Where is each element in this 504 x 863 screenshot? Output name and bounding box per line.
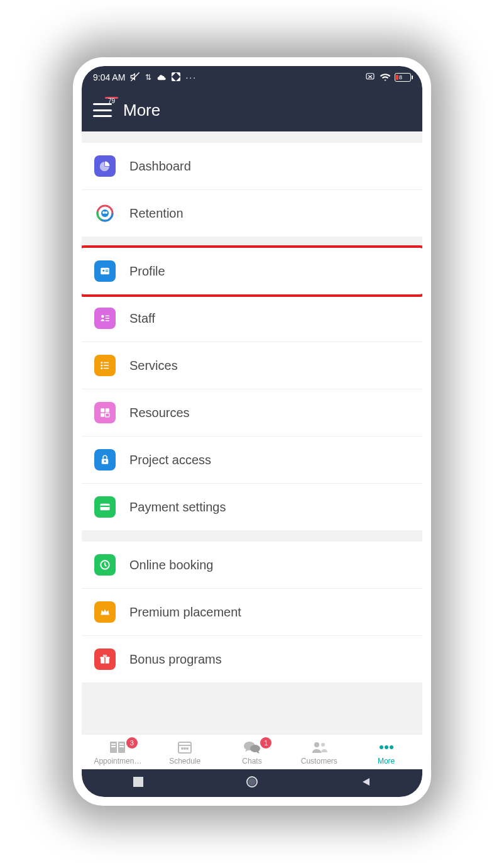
svg-rect-13 [106,270,109,270]
menu-item-staff[interactable]: Staff [82,295,422,342]
svg-point-49 [250,745,260,752]
android-home-button[interactable] [246,776,258,791]
menu-item-project-access[interactable]: Project access [82,437,422,484]
svg-point-21 [101,365,102,367]
customers-icon [310,740,328,755]
svg-point-19 [101,362,102,364]
svg-rect-25 [101,408,104,412]
svg-point-9 [102,211,105,214]
battery-icon: 8 [395,73,411,82]
phone-screen: 9:04 AM ⇅ ··· [82,66,422,797]
clock-icon [94,554,116,576]
list-icon [94,355,116,376]
menu-item-resources[interactable]: Resources [82,389,422,437]
menu-label: Services [129,359,178,373]
menu-item-services[interactable]: Services [82,342,422,389]
menu-item-retention[interactable]: Retention [82,190,422,237]
svg-rect-24 [104,368,109,369]
nav-appointments[interactable]: 3 Appointmen… [84,740,151,766]
pie-chart-icon [94,155,116,177]
menu-label: Premium placement [129,605,241,620]
svg-rect-39 [111,743,116,745]
svg-point-47 [187,748,188,749]
svg-rect-36 [104,657,106,664]
card-icon [94,496,116,518]
grid-icon [94,402,116,423]
menu-item-online-booking[interactable]: Online booking [82,542,422,589]
crown-icon [94,601,116,623]
svg-rect-32 [101,506,110,507]
menu-label: Payment settings [129,500,226,515]
svg-rect-42 [119,746,124,747]
schedule-icon [176,740,194,755]
mute-icon [130,72,140,84]
nav-badge: 3 [126,737,138,749]
menu-item-premium-placement[interactable]: Premium placement [82,589,422,636]
nav-customers[interactable]: Customers [285,740,353,766]
lock-icon [94,449,116,470]
nav-chats[interactable]: 1 Chats [219,740,286,766]
svg-point-23 [101,367,102,369]
svg-point-45 [182,748,183,749]
hamburger-menu-button[interactable]: 79 [93,103,112,117]
wifi-icon [380,72,391,83]
svg-rect-14 [106,271,109,272]
more-status-icon: ··· [185,72,197,82]
nav-badge: 1 [260,737,271,749]
svg-point-8 [101,209,109,217]
nav-label: Chats [242,757,261,766]
nav-label: Appointmen… [94,757,141,766]
status-time: 9:04 AM [93,72,125,82]
svg-rect-22 [104,365,109,366]
android-back-button[interactable] [361,777,371,789]
svg-rect-41 [119,743,124,745]
android-recent-button[interactable] [133,777,143,789]
menu-label: Dashboard [129,159,191,174]
svg-point-46 [184,748,185,749]
app-header: 79 More [82,89,422,131]
svg-point-51 [321,743,325,747]
menu-list[interactable]: Dashboard Retention Profile [82,131,422,734]
svg-rect-16 [106,316,109,317]
svg-point-12 [102,270,104,272]
svg-point-52 [380,745,383,749]
svg-point-53 [385,745,388,749]
chats-icon [243,740,261,755]
svg-point-30 [104,460,106,462]
staff-list-icon [94,308,116,329]
menu-item-dashboard[interactable]: Dashboard [82,143,422,190]
menu-label: Profile [129,264,165,279]
svg-point-57 [249,779,255,785]
vibrate-icon [364,72,376,83]
android-nav-bar [82,769,422,797]
menu-item-bonus-programs[interactable]: Bonus programs [82,636,422,682]
nav-more[interactable]: More [353,740,420,766]
menu-label: Bonus programs [129,652,222,667]
nav-label: Schedule [169,757,200,766]
nav-schedule[interactable]: Schedule [151,740,219,766]
nav-label: More [378,757,395,766]
app-icon [172,72,180,83]
menu-label: Online booking [129,558,213,572]
svg-point-10 [105,211,107,214]
menu-label: Staff [129,311,155,326]
profile-card-icon [94,260,116,282]
more-icon [378,740,395,755]
bottom-nav: 3 Appointmen… Schedule 1 Chats [82,734,422,769]
gift-icon [94,649,116,670]
menu-item-payment-settings[interactable]: Payment settings [82,484,422,530]
svg-rect-20 [104,362,109,364]
sync-icon: ⇅ [145,73,151,82]
status-bar: 9:04 AM ⇅ ··· [82,66,422,89]
svg-rect-27 [101,413,104,417]
svg-rect-26 [106,408,109,412]
svg-rect-40 [111,746,116,747]
menu-label: Project access [129,453,211,467]
retention-icon [94,203,116,224]
menu-badge: 79 [105,97,118,99]
svg-point-50 [314,742,319,747]
cloud-icon [156,72,167,82]
appointments-icon [109,740,126,755]
menu-item-profile[interactable]: Profile [82,248,422,295]
page-title: More [123,101,160,120]
